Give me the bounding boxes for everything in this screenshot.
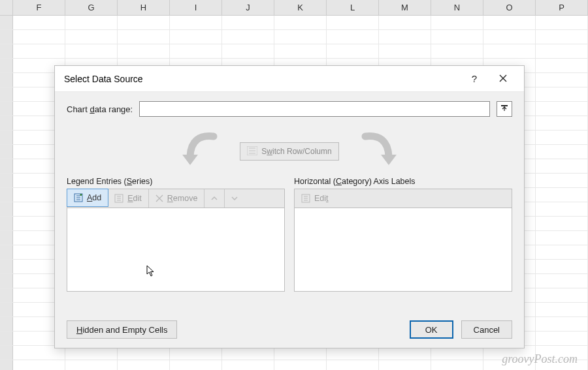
cell[interactable] (327, 30, 379, 44)
row-header[interactable] (0, 174, 13, 187)
cell[interactable] (536, 288, 588, 302)
cell[interactable] (431, 16, 483, 29)
cell[interactable] (536, 131, 588, 144)
column-header[interactable]: M (379, 0, 431, 15)
row-header[interactable] (0, 59, 13, 72)
cell[interactable] (536, 317, 588, 331)
cell[interactable] (536, 87, 588, 101)
cell[interactable] (536, 217, 588, 230)
cell[interactable] (327, 44, 379, 58)
column-header[interactable]: O (483, 0, 536, 15)
row-header[interactable] (0, 231, 13, 245)
cell[interactable] (13, 360, 65, 370)
cell[interactable] (536, 188, 588, 202)
row-header[interactable] (0, 44, 13, 58)
cell[interactable] (222, 16, 274, 29)
cell[interactable] (222, 360, 274, 370)
cell[interactable] (536, 73, 588, 87)
column-header[interactable]: L (327, 0, 379, 15)
cell[interactable] (170, 44, 222, 58)
cell[interactable] (379, 30, 431, 44)
legend-series-list[interactable] (67, 208, 285, 292)
cell[interactable] (274, 44, 327, 58)
cell[interactable] (536, 174, 588, 187)
cell[interactable] (222, 44, 274, 58)
cell[interactable] (536, 260, 588, 273)
row-header[interactable] (0, 245, 13, 259)
cell[interactable] (536, 274, 588, 288)
cell[interactable] (483, 16, 536, 29)
row-header[interactable] (0, 346, 13, 360)
cancel-button[interactable]: Cancel (461, 320, 512, 339)
row-header[interactable] (0, 30, 13, 44)
cell[interactable] (13, 44, 65, 58)
cell[interactable] (13, 30, 65, 44)
cell[interactable] (536, 245, 588, 259)
range-picker-button[interactable] (497, 101, 512, 117)
column-header[interactable]: P (536, 0, 588, 15)
cell[interactable] (536, 346, 588, 360)
ok-button[interactable]: OK (410, 320, 453, 339)
row-header[interactable] (0, 303, 13, 316)
cell[interactable] (118, 30, 170, 44)
help-button[interactable]: ? (460, 66, 489, 92)
cell[interactable] (536, 102, 588, 116)
cell[interactable] (65, 360, 118, 370)
cell[interactable] (431, 30, 483, 44)
row-header[interactable] (0, 317, 13, 331)
cell[interactable] (536, 331, 588, 345)
add-series-button[interactable]: Add (67, 189, 108, 207)
cell[interactable] (536, 360, 588, 370)
cell[interactable] (536, 30, 588, 44)
row-header[interactable] (0, 202, 13, 216)
cell[interactable] (536, 159, 588, 173)
row-header[interactable] (0, 188, 13, 202)
cell[interactable] (431, 44, 483, 58)
cell[interactable] (536, 16, 588, 29)
row-header[interactable] (0, 73, 13, 87)
cell[interactable] (536, 303, 588, 316)
row-header[interactable] (0, 16, 13, 29)
row-header[interactable] (0, 102, 13, 116)
cell[interactable] (65, 30, 118, 44)
row-header[interactable] (0, 217, 13, 230)
row-header[interactable] (0, 145, 13, 159)
cell[interactable] (118, 16, 170, 29)
cell[interactable] (483, 44, 536, 58)
cell[interactable] (327, 360, 379, 370)
cell[interactable] (536, 231, 588, 245)
cell[interactable] (536, 59, 588, 72)
cell[interactable] (536, 145, 588, 159)
row-header[interactable] (0, 360, 13, 370)
cell[interactable] (170, 16, 222, 29)
row-header[interactable] (0, 331, 13, 345)
cell[interactable] (483, 360, 536, 370)
cell[interactable] (536, 116, 588, 130)
row-header[interactable] (0, 116, 13, 130)
cell[interactable] (274, 360, 327, 370)
cell[interactable] (379, 16, 431, 29)
cell[interactable] (536, 44, 588, 58)
chart-data-range-input[interactable] (139, 101, 490, 117)
row-header[interactable] (0, 131, 13, 144)
column-header[interactable]: N (431, 0, 483, 15)
cell[interactable] (222, 30, 274, 44)
cell[interactable] (170, 30, 222, 44)
cell[interactable] (65, 44, 118, 58)
cell[interactable] (13, 16, 65, 29)
row-header[interactable] (0, 87, 13, 101)
column-header[interactable]: I (170, 0, 222, 15)
cell[interactable] (118, 44, 170, 58)
cell[interactable] (536, 202, 588, 216)
column-header[interactable]: G (65, 0, 118, 15)
column-header[interactable]: J (222, 0, 274, 15)
close-button[interactable] (489, 66, 517, 92)
row-header[interactable] (0, 260, 13, 273)
cell[interactable] (327, 16, 379, 29)
column-header[interactable]: F (13, 0, 65, 15)
cell[interactable] (65, 16, 118, 29)
cell[interactable] (170, 360, 222, 370)
cell[interactable] (118, 360, 170, 370)
hidden-empty-cells-button[interactable]: Hidden and Empty Cells (67, 320, 177, 339)
cell[interactable] (431, 360, 483, 370)
